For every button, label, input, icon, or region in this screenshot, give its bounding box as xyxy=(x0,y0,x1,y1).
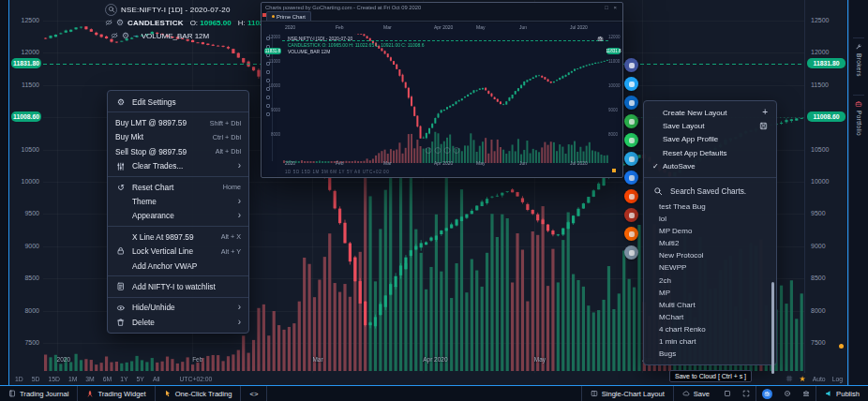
timezone-label[interactable]: UTC+02:00 xyxy=(179,376,212,382)
symbol-search-icon[interactable] xyxy=(105,4,117,16)
saved-chart-mp-demo[interactable]: MP Demo xyxy=(644,225,776,237)
price-axis-right[interactable]: 1250012000115001100010500100009500900085… xyxy=(804,0,847,373)
saved-chart-test-thea-bug[interactable]: test Thea Bug xyxy=(644,200,776,213)
timeframe-1m[interactable]: 1M xyxy=(68,376,77,382)
timeframe-5d[interactable]: 5D xyxy=(32,376,40,382)
menu-item-label: Clear Trades... xyxy=(132,161,232,171)
tool-icon[interactable] xyxy=(266,79,270,82)
saved-chart-1-min-chart[interactable]: 1 min chart xyxy=(644,335,776,348)
share-icon-1[interactable] xyxy=(624,58,638,72)
saved-chart-bugs[interactable]: Bugs xyxy=(644,348,776,360)
menu-item-hide-unhide[interactable]: Hide/Unhide› xyxy=(108,301,248,315)
screenshot-button[interactable] xyxy=(756,386,778,401)
fullscreen-button[interactable] xyxy=(737,386,756,401)
price-tick: 11500 xyxy=(22,82,39,89)
menu-item-add-nifty-i-to-watchlist[interactable]: Add NIFTY-I to watchlist xyxy=(108,279,248,293)
menu-item-delete[interactable]: Delete› xyxy=(108,315,248,329)
target-button[interactable] xyxy=(778,386,797,401)
favorite-star-icon[interactable]: ★ xyxy=(800,375,806,383)
code-widget-button[interactable]: <> xyxy=(241,386,267,401)
timeframe-1d[interactable]: 1D xyxy=(15,376,23,382)
exchange-button[interactable] xyxy=(797,386,816,401)
eye-off-icon[interactable] xyxy=(111,32,118,39)
grid-settings-icon[interactable] xyxy=(786,375,793,382)
share-icon-4[interactable] xyxy=(624,114,638,128)
saved-chart-mchart[interactable]: MChart xyxy=(644,311,776,323)
menu-item-save-layout[interactable]: Save Layout xyxy=(644,119,776,132)
menu-item-buy-lmt-9897-59[interactable]: Buy LMT @ 9897.59Shift + Dbl xyxy=(108,115,248,129)
popup-timeframe-bar: 1D 5D 15D 1M 3M 6M 1Y 5Y All UTC+02:00 xyxy=(285,170,389,174)
price-axis-left[interactable]: 1250012000115001100010500100009500900085… xyxy=(10,0,43,373)
saved-chart-lol[interactable]: lol xyxy=(644,213,776,225)
scrollbar-thumb[interactable] xyxy=(771,282,774,374)
timeframe-1y[interactable]: 1Y xyxy=(120,376,127,382)
saved-chart-new-protocol[interactable]: New Protocol xyxy=(644,249,776,261)
timeframe-5y[interactable]: 5Y xyxy=(137,376,144,382)
saved-chart-multi-chart[interactable]: Multi Chart xyxy=(644,299,776,311)
share-icon-2[interactable] xyxy=(624,77,638,91)
eye-off-icon[interactable] xyxy=(105,19,112,26)
menu-item-lock-vertical-line[interactable]: Lock Vertical LineAlt + Y xyxy=(108,245,248,259)
app-bottom-bar: Trading Journal Trading Widget One-Click… xyxy=(0,385,868,401)
tool-icon[interactable] xyxy=(266,104,270,108)
saved-chart-4-chart-renko[interactable]: 4 chart Renko xyxy=(644,323,776,335)
price-tick: 11000 xyxy=(269,59,280,64)
menu-item-edit-settings[interactable]: ⚙Edit Settings xyxy=(108,95,248,109)
tool-icon[interactable] xyxy=(266,70,270,74)
timeframe-6m[interactable]: 6M xyxy=(103,376,112,382)
share-icon-7[interactable] xyxy=(624,171,638,185)
tab-brokers[interactable]: Brokers xyxy=(849,43,868,77)
tool-icon[interactable] xyxy=(266,96,270,99)
share-icon-11[interactable] xyxy=(624,245,638,260)
trading-journal-button[interactable]: Trading Journal xyxy=(0,386,78,401)
timeframe-15d[interactable]: 15D xyxy=(48,376,59,382)
scroll-to-realtime-dot[interactable] xyxy=(839,344,844,349)
log-scale-toggle[interactable]: Log xyxy=(832,376,843,382)
popup-window-controls[interactable]: □ × xyxy=(605,5,619,10)
tab-prime-chart[interactable]: Prime Chart xyxy=(266,11,311,21)
single-chart-layout-button[interactable]: Single-Chart Layout xyxy=(581,386,673,401)
bank-icon xyxy=(802,390,810,397)
gear-icon[interactable]: ⚙ xyxy=(122,31,129,40)
menu-item-save-app-profile[interactable]: Save App Profile xyxy=(644,133,776,146)
menu-item-reset-chart[interactable]: ↺Reset ChartHome xyxy=(108,180,248,194)
button-label: Single-Chart Layout xyxy=(602,390,665,398)
trading-widget-button[interactable]: Trading Widget xyxy=(78,386,155,401)
menu-item-clear-trades[interactable]: Clear Trades...› xyxy=(108,159,248,173)
tab-portfolio[interactable]: Portfolio xyxy=(849,100,868,136)
saved-chart-multi2[interactable]: Multi2 xyxy=(644,237,776,249)
share-icon-5[interactable] xyxy=(624,133,638,147)
select-checkbox-button[interactable] xyxy=(718,386,737,401)
timeframe-3m[interactable]: 3M xyxy=(85,376,94,382)
auto-scale-toggle[interactable]: Auto xyxy=(813,376,826,382)
gear-icon: ⚙ xyxy=(115,97,127,107)
menu-item-buy-mkt[interactable]: Buy MktCtrl + Dbl xyxy=(108,130,248,144)
gear-icon[interactable]: ⚙ xyxy=(116,18,124,27)
search-saved-charts-input[interactable]: Search Saved Charts. xyxy=(644,182,776,200)
menu-item-appearance[interactable]: Appearance› xyxy=(108,209,248,223)
menu-item-add-anchor-vwap[interactable]: Add Anchor VWAP xyxy=(108,259,248,273)
saved-chart-2ch[interactable]: 2ch xyxy=(644,275,776,287)
menu-item-create-new-layout[interactable]: Create New Layout+ xyxy=(644,106,776,119)
one-click-trading-button[interactable]: One-Click Trading xyxy=(156,386,242,401)
share-icon-8[interactable] xyxy=(624,189,638,203)
timeframe-all[interactable]: All xyxy=(153,376,160,382)
menu-item-reset-app-defaults[interactable]: Reset App Defaults xyxy=(644,146,776,159)
tool-icon[interactable] xyxy=(266,87,270,91)
menu-item-theme[interactable]: Theme› xyxy=(108,194,248,208)
tool-icon[interactable] xyxy=(266,112,270,116)
saved-chart-mp[interactable]: MP xyxy=(644,287,776,299)
publish-button[interactable]: Publish xyxy=(816,386,868,401)
share-icon-6[interactable] xyxy=(624,152,638,166)
menu-item-x-line-at-9897-59[interactable]: X Line At 9897.59Alt + X xyxy=(108,230,248,244)
share-icon-3[interactable] xyxy=(624,96,638,110)
menu-item-sell-stop-9897-59[interactable]: Sell Stop @ 9897.59Alt + Dbl xyxy=(108,144,248,158)
bottom-bar-left: Trading Journal Trading Widget One-Click… xyxy=(0,386,267,401)
saved-chart-newpp[interactable]: NEWPP xyxy=(644,261,776,274)
menu-item-autosave[interactable]: ✓AutoSave xyxy=(644,160,776,173)
save-button[interactable]: Save xyxy=(673,386,718,401)
snapshot-camera-icon[interactable] xyxy=(597,36,604,42)
share-icon-10[interactable] xyxy=(624,227,638,241)
popup-realtime-dot[interactable] xyxy=(612,169,616,172)
share-icon-9[interactable] xyxy=(624,208,638,222)
